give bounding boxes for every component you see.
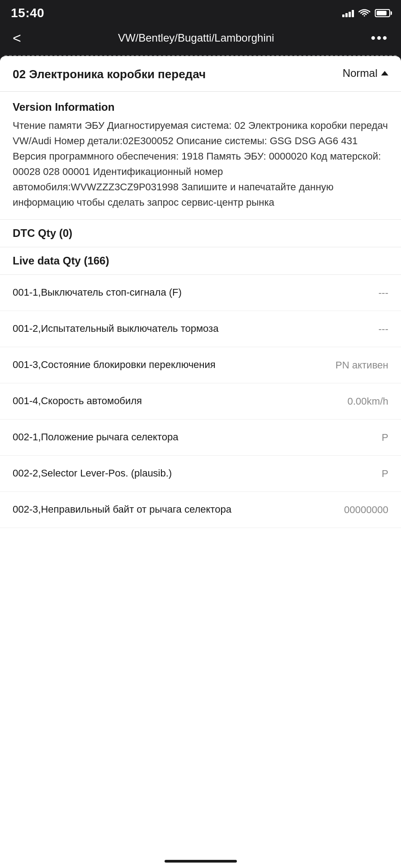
nav-title: VW/Bentley/Bugatti/Lamborghini bbox=[25, 32, 368, 44]
row-label: 001-2,Испытательный выключатель тормоза bbox=[13, 322, 257, 336]
table-row: 001-1,Выключатель стоп-сигнала (F)--- bbox=[0, 275, 401, 311]
dtc-title: DTC Qty (0) bbox=[13, 227, 388, 240]
row-value: --- bbox=[378, 287, 388, 299]
battery-icon bbox=[375, 9, 390, 17]
nav-bar: < VW/Bentley/Bugatti/Lamborghini ••• bbox=[0, 24, 401, 55]
row-label: 002-3,Неправильный байт от рычага селект… bbox=[13, 503, 257, 517]
row-value: --- bbox=[378, 323, 388, 335]
back-button[interactable]: < bbox=[9, 29, 25, 47]
status-label: Normal bbox=[343, 67, 377, 80]
dtc-section: DTC Qty (0) bbox=[0, 220, 401, 247]
row-label: 001-4,Скорость автомобиля bbox=[13, 394, 257, 408]
row-label: 001-3,Состояние блокировки переключения bbox=[13, 358, 257, 372]
table-row: 001-4,Скорость автомобиля0.00km/h bbox=[0, 383, 401, 420]
row-label: 002-1,Положение рычага селектора bbox=[13, 430, 257, 444]
row-value: P bbox=[382, 432, 388, 443]
live-data-section: Live data Qty (166) bbox=[0, 247, 401, 275]
version-info-title: Version Information bbox=[13, 101, 388, 113]
module-title: 02 Электроника коробки передач bbox=[13, 67, 238, 82]
table-row: 001-2,Испытательный выключатель тормоза-… bbox=[0, 311, 401, 347]
version-info-section: Version Information Чтение памяти ЭБУ Ди… bbox=[0, 92, 401, 220]
row-label: 001-1,Выключатель стоп-сигнала (F) bbox=[13, 286, 257, 300]
status-bar: 15:40 bbox=[0, 0, 401, 24]
table-row: 001-3,Состояние блокировки переключенияP… bbox=[0, 347, 401, 383]
row-value: P bbox=[382, 468, 388, 480]
main-content: 02 Электроника коробки передач Normal Ve… bbox=[0, 56, 401, 868]
table-row: 002-3,Неправильный байт от рычага селект… bbox=[0, 492, 401, 528]
wifi-icon bbox=[359, 9, 370, 18]
status-icons bbox=[342, 9, 390, 18]
row-value: 00000000 bbox=[344, 504, 388, 516]
row-label: 002-2,Selector Lever-Pos. (plausib.) bbox=[13, 467, 257, 481]
live-data-title: Live data Qty (166) bbox=[13, 255, 388, 267]
version-info-text: Чтение памяти ЭБУ Диагностируемая систем… bbox=[13, 118, 388, 211]
header-status: Normal bbox=[343, 67, 388, 80]
signal-icon bbox=[342, 9, 354, 17]
battery-fill bbox=[377, 11, 387, 15]
row-value: PN активен bbox=[335, 359, 388, 371]
header-section: 02 Электроника коробки передач Normal bbox=[0, 56, 401, 92]
home-indicator bbox=[165, 860, 237, 863]
more-button[interactable]: ••• bbox=[368, 29, 392, 47]
status-time: 15:40 bbox=[11, 6, 44, 20]
table-row: 002-2,Selector Lever-Pos. (plausib.)P bbox=[0, 456, 401, 492]
table-row: 002-1,Положение рычага селектораP bbox=[0, 420, 401, 456]
row-value: 0.00km/h bbox=[348, 396, 389, 407]
top-separator bbox=[5, 55, 396, 56]
chevron-up-icon[interactable] bbox=[381, 71, 388, 75]
data-rows-container: 001-1,Выключатель стоп-сигнала (F)---001… bbox=[0, 275, 401, 528]
